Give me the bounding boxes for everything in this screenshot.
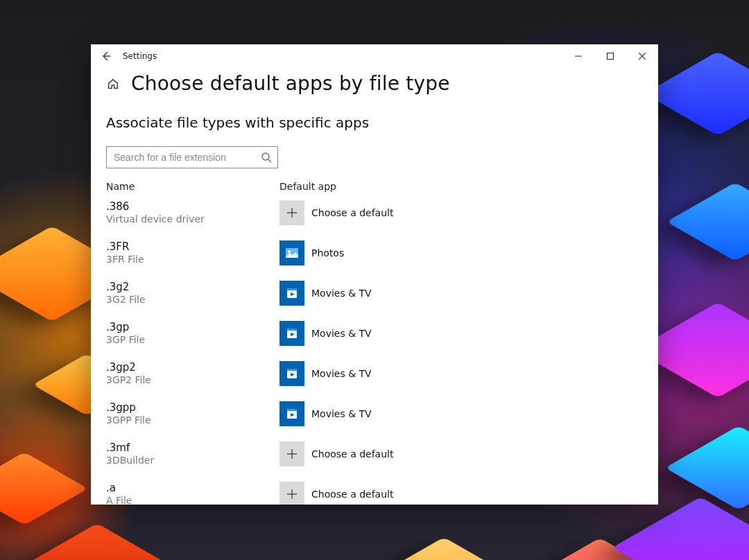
default-app-selector[interactable]: Choose a default (279, 482, 393, 505)
file-type-row: .aA FileChoose a default (106, 482, 643, 505)
titlebar: Settings (91, 44, 658, 68)
movies-app-icon (279, 321, 304, 346)
file-extension: .3gpp (106, 401, 279, 414)
file-extension: .a (106, 482, 279, 494)
file-type-row: .3gpp3GPP FileMovies & TV (106, 401, 643, 426)
back-button[interactable] (91, 44, 121, 68)
default-app-selector[interactable]: Movies & TV (279, 321, 372, 346)
column-header-default-app: Default app (279, 181, 643, 192)
minimize-button[interactable] (562, 44, 594, 68)
default-app-label: Photos (311, 247, 344, 259)
search-input[interactable] (114, 152, 261, 163)
close-button[interactable] (626, 44, 658, 68)
page-subtitle: Associate file types with specific apps (106, 114, 643, 131)
file-description: A File (106, 495, 279, 505)
default-app-selector[interactable]: Movies & TV (279, 401, 372, 426)
file-extension: .3FR (106, 240, 279, 253)
file-type-row: .3gp23GP2 FileMovies & TV (106, 361, 643, 386)
file-extension: .3gp (106, 321, 279, 333)
movies-app-icon (279, 361, 304, 386)
home-icon[interactable] (106, 77, 120, 91)
default-app-selector[interactable]: Choose a default (279, 441, 393, 466)
maximize-button[interactable] (594, 44, 626, 68)
svg-line-6 (268, 159, 271, 162)
default-app-label: Choose a default (311, 489, 393, 500)
file-type-row: .3gp3GP FileMovies & TV (106, 321, 643, 346)
plus-icon (279, 200, 304, 225)
plus-icon (279, 482, 304, 505)
default-app-selector[interactable]: Movies & TV (279, 361, 372, 386)
file-description: 3GP File (106, 334, 279, 345)
svg-point-10 (288, 250, 291, 253)
file-type-list: .386Virtual device driverChoose a defaul… (106, 200, 643, 505)
file-description: 3G2 File (106, 294, 279, 305)
file-type-row: .3g23G2 FileMovies & TV (106, 281, 643, 306)
default-app-label: Movies & TV (311, 288, 372, 299)
file-type-row: .3mf3DBuilderChoose a default (106, 441, 643, 466)
svg-point-5 (262, 153, 269, 160)
settings-window: Settings Choose default apps by file typ… (91, 44, 658, 505)
default-app-label: Movies & TV (311, 368, 372, 379)
search-icon (261, 152, 272, 163)
default-app-label: Choose a default (311, 448, 393, 460)
file-extension: .3g2 (106, 281, 279, 293)
page-title: Choose default apps by file type (131, 72, 450, 95)
file-extension: .3mf (106, 441, 279, 454)
plus-icon (279, 441, 304, 466)
file-extension: .3gp2 (106, 361, 279, 374)
file-description: 3FR File (106, 254, 279, 265)
default-app-selector[interactable]: Photos (279, 240, 344, 265)
default-app-selector[interactable]: Movies & TV (279, 281, 372, 306)
column-header-name: Name (106, 181, 279, 192)
search-box[interactable] (106, 146, 278, 168)
file-description: 3GP2 File (106, 374, 279, 385)
window-title: Settings (121, 51, 157, 61)
file-type-row: .386Virtual device driverChoose a defaul… (106, 200, 643, 225)
svg-rect-2 (608, 53, 614, 60)
default-app-label: Choose a default (311, 207, 393, 218)
file-description: Virtual device driver (106, 213, 279, 225)
default-app-selector[interactable]: Choose a default (279, 200, 393, 225)
movies-app-icon (279, 281, 304, 306)
photos-app-icon (279, 240, 304, 265)
file-type-row: .3FR3FR FilePhotos (106, 240, 643, 265)
default-app-label: Movies & TV (311, 328, 372, 339)
movies-app-icon (279, 401, 304, 426)
file-extension: .386 (106, 200, 279, 213)
default-app-label: Movies & TV (311, 408, 372, 419)
file-description: 3DBuilder (106, 455, 279, 466)
file-description: 3GPP File (106, 414, 279, 426)
